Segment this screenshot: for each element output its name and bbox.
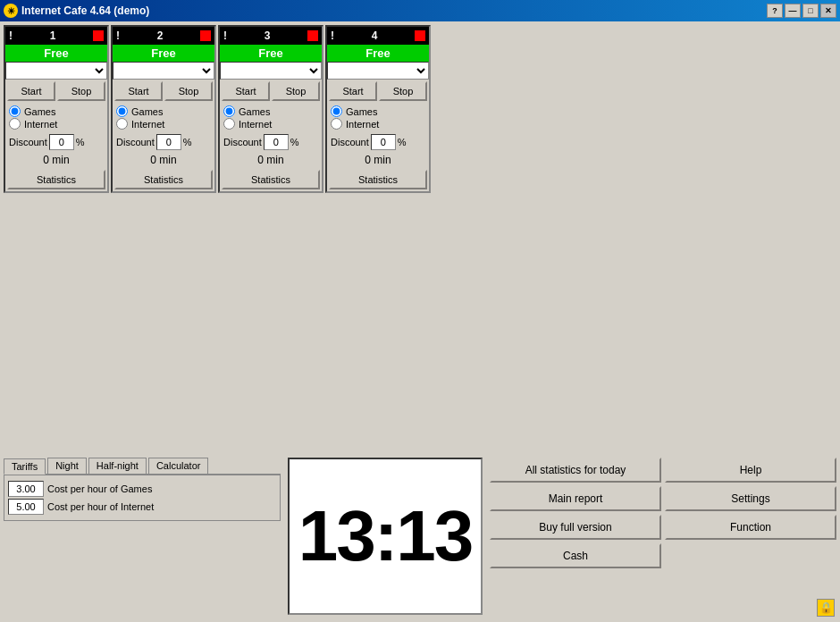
exclaim-icon-1: ! bbox=[9, 29, 13, 42]
station-header-1: ! 1 bbox=[5, 27, 107, 45]
all-statistics-button[interactable]: All statistics for today bbox=[490, 458, 661, 483]
discount-label-1: Discount bbox=[9, 137, 47, 147]
status-indicator-3 bbox=[307, 30, 318, 41]
games-tariff-input[interactable] bbox=[8, 481, 44, 497]
station-number-2: 2 bbox=[157, 29, 164, 42]
help-title-button[interactable]: ? bbox=[767, 4, 783, 18]
games-radio-row-4: Games bbox=[331, 105, 425, 117]
games-label-2: Games bbox=[131, 106, 163, 117]
discount-input-3[interactable] bbox=[264, 134, 289, 150]
status-indicator-2 bbox=[200, 30, 211, 41]
clock-panel: 13:13 bbox=[288, 458, 483, 615]
function-button[interactable]: Function bbox=[665, 515, 836, 540]
station-buttons-3: Start Stop bbox=[220, 80, 322, 103]
station-dropdown-4[interactable] bbox=[327, 62, 429, 80]
games-radio-2[interactable] bbox=[116, 105, 128, 117]
status-indicator-1 bbox=[93, 30, 104, 41]
tab-half-night[interactable]: Half-night bbox=[88, 458, 147, 474]
statistics-button-3[interactable]: Statistics bbox=[222, 170, 320, 189]
station-dropdown-3[interactable] bbox=[220, 62, 322, 80]
tab-tariffs[interactable]: Tariffs bbox=[4, 458, 46, 475]
cash-button[interactable]: Cash bbox=[490, 543, 661, 568]
games-label-1: Games bbox=[24, 106, 55, 117]
stop-button-2[interactable]: Stop bbox=[164, 81, 213, 101]
internet-tariff-input[interactable] bbox=[8, 499, 44, 515]
percent-label-3: % bbox=[290, 137, 299, 147]
station-time-4: 0 min bbox=[327, 152, 429, 168]
start-button-2[interactable]: Start bbox=[114, 81, 163, 101]
exclaim-icon-3: ! bbox=[223, 29, 227, 42]
station-status-3: Free bbox=[220, 45, 322, 62]
stations-row: ! 1 Free Start Stop Games Internet bbox=[4, 25, 836, 193]
internet-radio-row-1: Internet bbox=[9, 118, 104, 130]
internet-radio-4[interactable] bbox=[331, 118, 342, 130]
stop-button-1[interactable]: Stop bbox=[57, 81, 105, 101]
games-radio-4[interactable] bbox=[331, 105, 342, 117]
maximize-button[interactable]: □ bbox=[802, 4, 819, 18]
statistics-button-2[interactable]: Statistics bbox=[114, 170, 213, 189]
station-number-1: 1 bbox=[50, 29, 56, 42]
percent-label-4: % bbox=[398, 137, 407, 147]
settings-button[interactable]: Settings bbox=[665, 486, 836, 511]
start-button-4[interactable]: Start bbox=[329, 81, 377, 101]
stop-button-4[interactable]: Stop bbox=[379, 81, 427, 101]
stop-button-3[interactable]: Stop bbox=[272, 81, 320, 101]
station-panel-1: ! 1 Free Start Stop Games Internet bbox=[4, 25, 109, 193]
tab-night[interactable]: Night bbox=[47, 458, 87, 474]
station-radio-group-1: Games Internet bbox=[5, 103, 107, 132]
start-button-1[interactable]: Start bbox=[7, 81, 55, 101]
internet-label-2: Internet bbox=[131, 119, 164, 130]
internet-radio-row-3: Internet bbox=[223, 118, 318, 130]
station-time-2: 0 min bbox=[113, 152, 214, 168]
station-header-4: ! 4 bbox=[327, 27, 429, 45]
tab-calculator[interactable]: Calculator bbox=[148, 458, 209, 474]
internet-radio-1[interactable] bbox=[9, 118, 21, 130]
station-panel-4: ! 4 Free Start Stop Games Internet bbox=[325, 25, 431, 193]
minimize-button[interactable]: — bbox=[785, 4, 801, 18]
app-icon: ☀ bbox=[4, 4, 18, 18]
internet-tariff-label: Cost per hour of Internet bbox=[47, 501, 154, 512]
internet-radio-3[interactable] bbox=[223, 118, 235, 130]
tariffs-tabs: Tariffs Night Half-night Calculator bbox=[4, 458, 281, 475]
station-status-4: Free bbox=[327, 45, 429, 62]
station-radio-group-2: Games Internet bbox=[113, 103, 214, 132]
games-label-4: Games bbox=[346, 106, 377, 117]
help-button[interactable]: Help bbox=[665, 458, 836, 483]
right-btn-row-1: All statistics for today Help bbox=[490, 458, 836, 483]
tariffs-panel: Tariffs Night Half-night Calculator Cost… bbox=[4, 458, 281, 521]
internet-radio-row-4: Internet bbox=[331, 118, 425, 130]
main-report-button[interactable]: Main report bbox=[490, 486, 661, 511]
buy-full-version-button[interactable]: Buy full version bbox=[490, 515, 661, 540]
right-btn-row-4: Cash bbox=[490, 543, 836, 568]
tariff-row-games: Cost per hour of Games bbox=[8, 481, 276, 497]
station-buttons-4: Start Stop bbox=[327, 80, 429, 103]
title-bar-left: ☀ Internet Cafe 4.64 (demo) bbox=[4, 4, 149, 18]
games-radio-1[interactable] bbox=[9, 105, 21, 117]
station-header-3: ! 3 bbox=[220, 27, 322, 45]
station-dropdown-2[interactable] bbox=[113, 62, 214, 80]
title-buttons: ? — □ ✕ bbox=[767, 4, 836, 18]
internet-radio-2[interactable] bbox=[116, 118, 128, 130]
close-button[interactable]: ✕ bbox=[820, 4, 836, 18]
right-buttons: All statistics for today Help Main repor… bbox=[490, 458, 836, 568]
station-time-3: 0 min bbox=[220, 152, 322, 168]
statistics-button-4[interactable]: Statistics bbox=[329, 170, 427, 189]
games-tariff-label: Cost per hour of Games bbox=[47, 483, 152, 494]
discount-row-4: Discount % bbox=[327, 132, 429, 152]
station-dropdown-1[interactable] bbox=[5, 62, 107, 80]
discount-input-4[interactable] bbox=[371, 134, 396, 150]
lock-icon[interactable]: 🔒 bbox=[817, 599, 835, 617]
start-button-3[interactable]: Start bbox=[222, 81, 270, 101]
discount-label-4: Discount bbox=[331, 137, 369, 147]
discount-input-2[interactable] bbox=[156, 134, 181, 150]
station-status-1: Free bbox=[5, 45, 107, 62]
percent-label-2: % bbox=[183, 137, 192, 147]
station-header-2: ! 2 bbox=[113, 27, 214, 45]
games-radio-3[interactable] bbox=[223, 105, 235, 117]
discount-input-1[interactable] bbox=[49, 134, 74, 150]
exclaim-icon-2: ! bbox=[116, 29, 120, 42]
title-bar: ☀ Internet Cafe 4.64 (demo) ? — □ ✕ bbox=[0, 0, 840, 21]
window-title: Internet Cafe 4.64 (demo) bbox=[21, 4, 149, 17]
statistics-button-1[interactable]: Statistics bbox=[7, 170, 105, 189]
percent-label-1: % bbox=[76, 137, 85, 147]
